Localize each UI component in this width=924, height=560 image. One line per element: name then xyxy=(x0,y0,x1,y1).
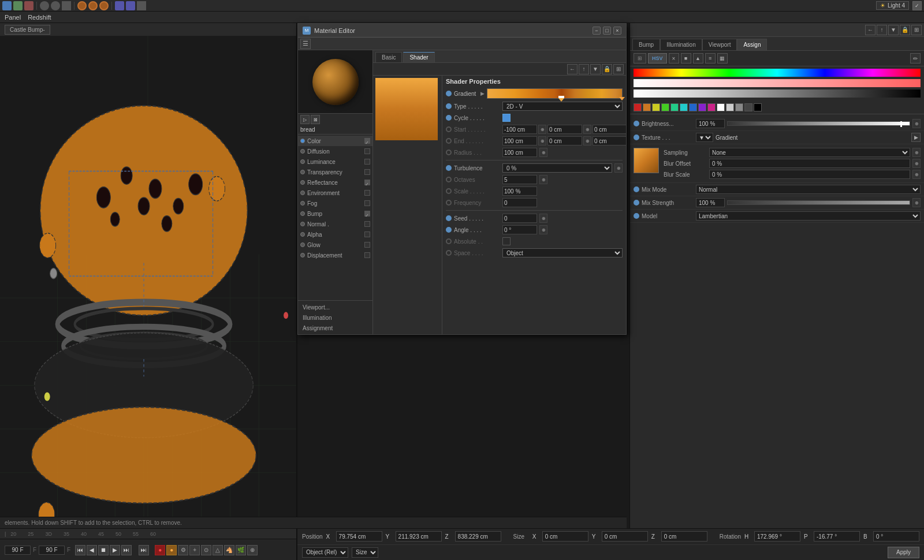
right-nav-filter[interactable]: ▼ xyxy=(888,25,899,35)
mat-icon-btn-2[interactable]: ⊠ xyxy=(311,115,320,124)
channel-environment[interactable]: Environment xyxy=(298,188,372,198)
sampling-spin[interactable]: ⊕ xyxy=(912,148,921,157)
rot-h-input[interactable] xyxy=(754,531,800,542)
nav-lock-btn[interactable]: 🔒 xyxy=(602,64,612,74)
gradient-arrow[interactable]: ▶ xyxy=(480,91,485,96)
channel-check-alpha[interactable] xyxy=(364,232,370,237)
mix-mode-select[interactable]: Normal xyxy=(696,185,921,194)
toolbar-icon-3[interactable] xyxy=(24,1,33,10)
play-mode-5[interactable]: ⊙ xyxy=(201,545,211,555)
channel-transparency[interactable]: Transparency xyxy=(298,167,372,177)
right-nav-expand[interactable]: ⊞ xyxy=(911,25,922,35)
texture-expand-btn[interactable]: ▶ xyxy=(911,133,921,142)
brightness-radio[interactable] xyxy=(634,121,639,126)
channel-displacement[interactable]: Displacement xyxy=(298,250,372,260)
play-mode-2[interactable]: ● xyxy=(166,545,177,555)
seed-input[interactable] xyxy=(502,214,537,223)
gradient-radio[interactable] xyxy=(446,91,452,96)
texture-radio[interactable] xyxy=(634,135,639,140)
radius-radio[interactable] xyxy=(446,150,452,155)
swatch-black[interactable] xyxy=(754,103,762,111)
skip-start-btn[interactable]: ⏮ xyxy=(75,545,85,555)
type-select[interactable]: 2D - V xyxy=(502,102,623,111)
channel-check-color[interactable] xyxy=(364,138,370,144)
start-z-input[interactable] xyxy=(593,125,626,134)
toolbar-icon-10[interactable] xyxy=(115,1,124,10)
channel-normal[interactable]: Normal . xyxy=(298,219,372,229)
mix-strength-input[interactable] xyxy=(696,198,725,207)
toolbar-icon-12[interactable] xyxy=(137,1,146,10)
brightness-input[interactable] xyxy=(696,119,725,128)
play-mode-1[interactable]: ● xyxy=(155,545,165,555)
extra-assignment[interactable]: Assignment xyxy=(298,323,372,333)
end-frame-input[interactable] xyxy=(39,546,65,555)
check-icon[interactable]: ✓ xyxy=(912,1,922,10)
blur-offset-input[interactable] xyxy=(709,159,910,168)
play-mode-6[interactable]: △ xyxy=(213,545,223,555)
play-btn[interactable]: ▶ xyxy=(110,545,120,555)
tint-bar[interactable] xyxy=(634,79,921,87)
turbulence-select[interactable]: 0 % xyxy=(502,163,612,173)
play-back-btn[interactable]: ◀ xyxy=(87,545,97,555)
end-y-input[interactable] xyxy=(547,136,582,145)
nav-filter-btn[interactable]: ▼ xyxy=(590,64,601,74)
frequency-input[interactable] xyxy=(502,198,537,207)
chan-tab-viewport[interactable]: Viewport xyxy=(702,39,737,50)
start-radio[interactable] xyxy=(446,126,452,132)
type-radio[interactable] xyxy=(446,103,452,109)
mat-maximize-btn[interactable]: □ xyxy=(603,27,611,35)
chan-tab-assign[interactable]: Assign xyxy=(737,39,767,50)
size-mode-select[interactable]: Size xyxy=(352,547,378,558)
right-nav-up[interactable]: ↑ xyxy=(877,25,887,35)
spectrum-bar[interactable] xyxy=(634,69,921,77)
model-select[interactable]: Lambertian xyxy=(696,211,921,221)
color-mode-x[interactable]: × xyxy=(669,53,679,64)
absolute-radio[interactable] xyxy=(446,238,452,244)
octaves-radio[interactable] xyxy=(446,177,452,182)
color-pencil[interactable]: ✏ xyxy=(910,53,921,64)
pos-x-input[interactable] xyxy=(336,531,382,542)
toolbar-icon-6[interactable] xyxy=(62,1,71,10)
end-z-input[interactable] xyxy=(593,136,626,145)
swatch-red[interactable] xyxy=(634,103,642,111)
turbulence-radio[interactable] xyxy=(446,165,452,171)
channel-check-bump[interactable] xyxy=(364,211,370,216)
mix-strength-slider[interactable] xyxy=(727,200,910,205)
frequency-radio[interactable] xyxy=(446,200,452,206)
pos-y-input[interactable] xyxy=(396,531,442,542)
play-mode-3[interactable]: ⚙ xyxy=(178,545,188,555)
blur-scale-input[interactable] xyxy=(709,170,910,179)
seed-radio[interactable] xyxy=(446,215,452,221)
end-x-input[interactable] xyxy=(502,136,537,145)
gradient-handle-2[interactable] xyxy=(619,97,625,103)
current-frame-input[interactable] xyxy=(5,546,31,555)
swatch-purple[interactable] xyxy=(698,103,706,111)
swatch-teal[interactable] xyxy=(680,103,688,111)
space-radio[interactable] xyxy=(446,250,452,256)
seed-spin[interactable]: ⊕ xyxy=(539,214,547,223)
blur-scale-spin[interactable]: ⊕ xyxy=(912,170,921,179)
blur-offset-spin[interactable]: ⊕ xyxy=(912,159,921,168)
channel-check-reflectance[interactable] xyxy=(364,180,370,185)
turbulence-spin[interactable]: ⊕ xyxy=(614,163,623,173)
swatch-pink[interactable] xyxy=(707,103,716,111)
toolbar-icon-8[interactable] xyxy=(88,1,98,10)
play-mode-8[interactable]: 🌿 xyxy=(236,545,246,555)
chan-tab-illumination[interactable]: Illumination xyxy=(660,39,702,50)
space-select[interactable]: Object xyxy=(502,248,623,257)
channel-diffusion[interactable]: Diffusion xyxy=(298,146,372,156)
tab-shader[interactable]: Shader xyxy=(403,52,434,62)
radius-input[interactable] xyxy=(502,148,537,157)
swatch-orange[interactable] xyxy=(643,103,651,111)
channel-check-environment[interactable] xyxy=(364,190,370,196)
channel-fog[interactable]: Fog xyxy=(298,198,372,208)
swatch-dgray[interactable] xyxy=(744,103,752,111)
rot-b-input[interactable] xyxy=(873,531,919,542)
octaves-spin[interactable]: ⊕ xyxy=(539,175,547,184)
mat-icon-btn-1[interactable]: ▷ xyxy=(300,115,310,124)
size-z-input[interactable] xyxy=(661,531,707,542)
record-btn[interactable]: ⏭ xyxy=(139,545,149,555)
channel-check-fog[interactable] xyxy=(364,200,370,206)
mix-strength-radio[interactable] xyxy=(634,200,639,206)
channel-check-glow[interactable] xyxy=(364,242,370,248)
